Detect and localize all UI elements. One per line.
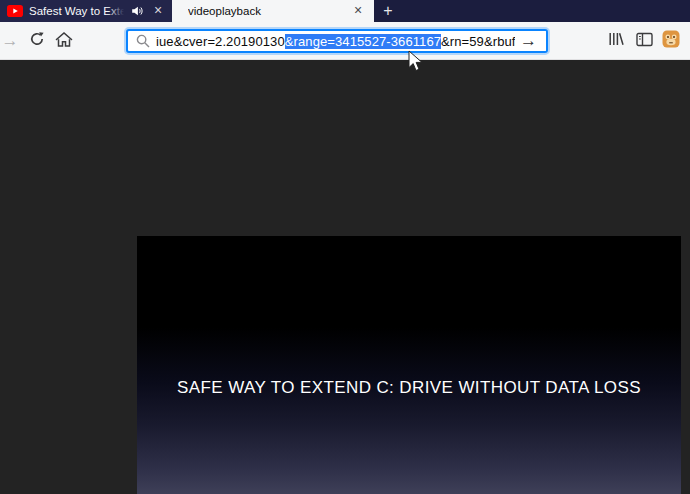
tab-youtube-video[interactable]: Safest Way to Extend C: Driv × — [0, 0, 172, 22]
reload-button[interactable] — [26, 22, 48, 60]
url-before-selection: iue&cver=2.20190130 — [156, 34, 285, 49]
page-content: SAFE WAY TO EXTEND C: DRIVE WITHOUT DATA… — [0, 61, 690, 494]
library-icon — [608, 31, 625, 51]
navigation-toolbar: → iue&cver=2.20190130&range=3415527-3661… — [0, 22, 690, 60]
sidebar-icon — [636, 32, 653, 51]
library-button[interactable] — [604, 22, 628, 60]
tab-title: Safest Way to Extend C: Driv — [29, 4, 124, 18]
address-bar[interactable]: iue&cver=2.20190130&range=3415527-366116… — [126, 29, 548, 53]
new-tab-button[interactable]: + — [374, 0, 402, 22]
tab-title: videoplayback — [188, 5, 350, 17]
video-caption-text: SAFE WAY TO EXTEND C: DRIVE WITHOUT DATA… — [137, 378, 681, 398]
tampermonkey-icon — [662, 30, 680, 52]
home-icon — [55, 31, 73, 52]
url-input[interactable]: iue&cver=2.20190130&range=3415527-366116… — [156, 34, 515, 49]
close-tab-icon[interactable]: × — [350, 3, 366, 19]
reload-icon — [29, 31, 45, 51]
audio-playing-icon[interactable] — [130, 4, 144, 18]
url-after-selection: &rn=59&rbuf=104 — [441, 34, 515, 49]
search-icon — [136, 34, 150, 48]
youtube-icon — [7, 5, 23, 17]
go-arrow-icon[interactable]: → — [515, 31, 546, 51]
tampermonkey-extension-button[interactable] — [659, 22, 683, 60]
sidebar-button[interactable] — [632, 22, 656, 60]
close-tab-icon[interactable]: × — [150, 3, 166, 19]
home-button[interactable] — [52, 22, 76, 60]
url-selected-text: &range=3415527-3661167 — [285, 34, 441, 49]
forward-arrow-icon: → — [2, 31, 19, 51]
mouse-cursor — [408, 50, 424, 77]
video-player[interactable]: SAFE WAY TO EXTEND C: DRIVE WITHOUT DATA… — [137, 236, 681, 494]
tab-bar: Safest Way to Extend C: Driv × videoplay… — [0, 0, 690, 22]
tab-videoplayback[interactable]: videoplayback × — [172, 0, 374, 22]
forward-button[interactable]: → — [0, 22, 20, 60]
